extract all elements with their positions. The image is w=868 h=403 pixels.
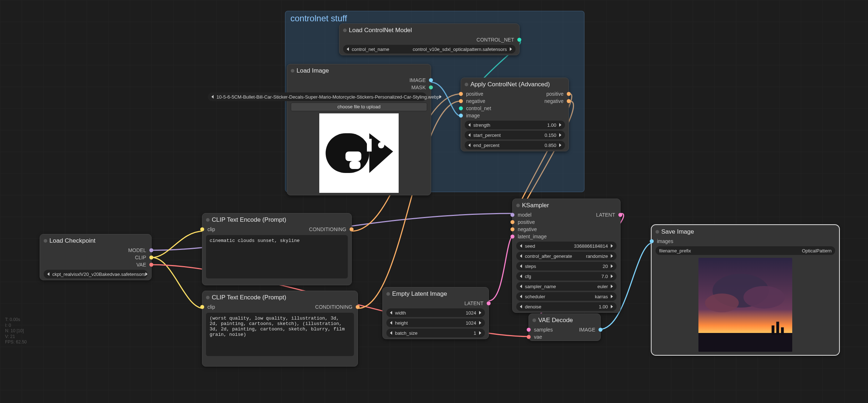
node-clip-positive[interactable]: CLIP Text Encode (Prompt) clip CONDITION… <box>202 213 352 285</box>
batch-size-field[interactable]: batch_size1 <box>386 329 485 337</box>
stats-overlay: T: 0.00s I: 0 N: 10 [10] V: 21 FPS: 62.5… <box>5 317 27 345</box>
node-save-image[interactable]: Save Image images filename_prefix Optica… <box>652 225 839 355</box>
node-vae-decode[interactable]: VAE Decode samples vae IMAGE <box>529 313 601 341</box>
node-title: CLIP Text Encode (Prompt) <box>202 213 351 226</box>
ckpt-name-field[interactable]: ckpt_realvisxlV20_v20Bakedvae.safetensor… <box>44 270 148 278</box>
node-title: Save Image <box>652 225 839 238</box>
svg-rect-10 <box>698 333 792 352</box>
node-load-checkpoint[interactable]: Load Checkpoint MODEL CLIP VAE ckpt_real… <box>40 234 152 280</box>
end-percent-field[interactable]: end_percent0.850 <box>465 141 565 150</box>
node-clip-negative[interactable]: CLIP Text Encode (Prompt) clip CONDITION… <box>202 291 358 367</box>
choose-file-button[interactable]: choose file to upload <box>291 103 427 111</box>
node-load-image[interactable]: Load Image IMAGE MASK 10-5-6-5CM-Bullet-… <box>287 64 431 195</box>
steps-field[interactable]: steps20 <box>516 262 617 270</box>
output-image-preview <box>698 258 792 352</box>
svg-rect-5 <box>350 161 361 169</box>
start-percent-field[interactable]: start_percent0.150 <box>465 131 565 139</box>
node-title: Load Checkpoint <box>40 234 151 247</box>
node-empty-latent[interactable]: Empty Latent Image LATENT width1024 heig… <box>382 287 489 339</box>
svg-rect-12 <box>776 322 779 335</box>
width-field[interactable]: width1024 <box>386 308 485 317</box>
node-ksampler[interactable]: KSampler model positive negative latent_… <box>512 199 621 313</box>
svg-rect-11 <box>772 325 775 335</box>
scheduler-field[interactable]: schedulerkarras <box>516 292 617 301</box>
node-title: KSampler <box>513 199 620 211</box>
node-title: VAE Decode <box>529 314 600 326</box>
svg-point-8 <box>744 286 785 308</box>
node-title: CLIP Text Encode (Prompt) <box>202 291 358 303</box>
sampler-name-field[interactable]: sampler_nameeuler <box>516 282 617 291</box>
svg-rect-13 <box>781 327 784 335</box>
svg-rect-3 <box>367 139 372 151</box>
node-title: Apply ControlNet (Advanced) <box>461 78 569 90</box>
node-title: Load ControlNet Model <box>339 24 519 36</box>
image-file-field[interactable]: 10-5-6-5CM-Bullet-Bill-Car-Sticker-Decal… <box>208 92 426 101</box>
prompt-text[interactable]: cinematic clouds sunset, skyline <box>206 235 348 278</box>
height-field[interactable]: height1024 <box>386 318 485 327</box>
prompt-text[interactable]: (worst quality, low quality, illustratio… <box>206 313 354 356</box>
node-title: Empty Latent Image <box>383 287 488 300</box>
denoise-field[interactable]: denoise1.00 <box>516 302 617 311</box>
node-title: Load Image <box>287 64 431 77</box>
control-net-name-field[interactable]: control_net_name control_v10e_sdxl_optic… <box>343 45 516 53</box>
svg-rect-4 <box>346 152 361 161</box>
node-load-controlnet-model[interactable]: Load ControlNet Model CONTROL_NET contro… <box>339 23 520 55</box>
seed-field[interactable]: seed3368866184814 <box>516 242 617 250</box>
cfg-field[interactable]: cfg7.0 <box>516 272 617 281</box>
node-apply-controlnet[interactable]: Apply ControlNet (Advanced) positive neg… <box>461 78 569 151</box>
strength-field[interactable]: strength1.00 <box>465 121 565 129</box>
control-after-generate-field[interactable]: control_after_generaterandomize <box>516 252 617 260</box>
image-preview <box>319 113 399 193</box>
filename-prefix-field[interactable]: filename_prefix OpticalPattern <box>656 246 835 255</box>
svg-point-9 <box>705 294 739 312</box>
svg-point-2 <box>378 142 385 148</box>
